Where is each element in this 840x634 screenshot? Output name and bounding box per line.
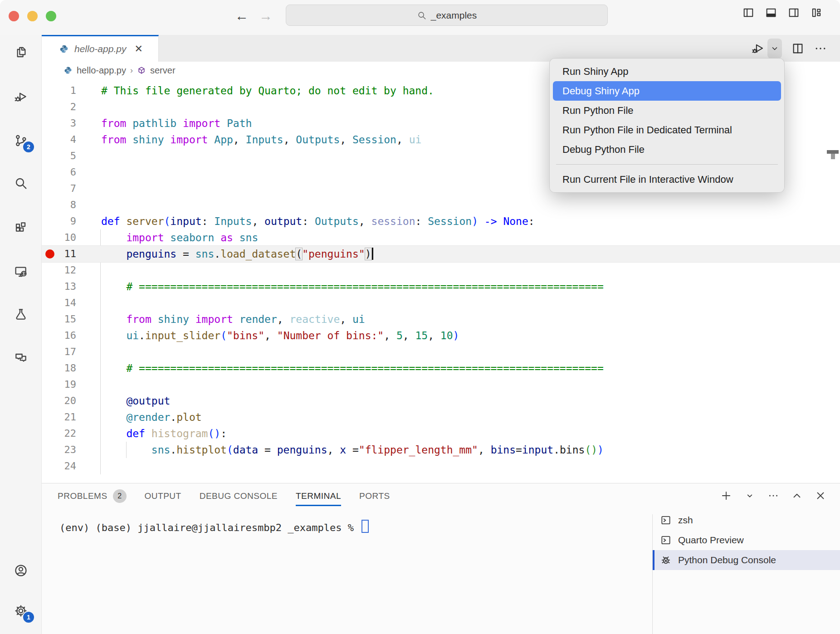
activity-source-control[interactable]: 2: [0, 127, 41, 154]
menu-item-debug-shiny-app[interactable]: Debug Shiny App: [553, 81, 781, 101]
terminal-row-zsh[interactable]: zsh: [653, 510, 840, 530]
code-line-21[interactable]: 21 @render.plot: [42, 409, 840, 425]
line-number: 1: [42, 83, 76, 99]
code-line-20[interactable]: 20 @output: [42, 393, 840, 409]
symbol-method-icon: [137, 66, 146, 75]
line-number: 13: [42, 278, 76, 295]
maximize-panel-icon[interactable]: [791, 490, 803, 502]
more-actions-icon[interactable]: [767, 490, 779, 502]
new-terminal-icon[interactable]: [720, 490, 732, 502]
activity-account[interactable]: [0, 557, 41, 584]
terminal-icon: [660, 514, 672, 526]
code-line-18[interactable]: 18 # ===================================…: [42, 360, 840, 376]
panel-tab-ports[interactable]: PORTS: [359, 483, 390, 509]
minimize-window-button[interactable]: [27, 11, 38, 21]
panel-tab-label: DEBUG CONSOLE: [200, 491, 278, 501]
line-number: 19: [42, 376, 76, 393]
toggle-secondary-sidebar-icon[interactable]: [787, 6, 800, 19]
activity-testing[interactable]: [0, 301, 41, 328]
code-line-15[interactable]: 15 from shiny import render, reactive, u…: [42, 311, 840, 327]
panel-tab-label: OUTPUT: [145, 491, 181, 501]
menu-item-run-current-file-in-interactive-window[interactable]: Run Current File in Interactive Window: [550, 170, 784, 189]
code-line-11[interactable]: 11 penguins = sns.load_dataset("penguins…: [42, 246, 840, 262]
line-number: 24: [42, 458, 76, 474]
activity-badge: 2: [22, 141, 35, 153]
code-line-9[interactable]: 9def server(input: Inputs, output: Outpu…: [42, 213, 840, 229]
activity-settings-gear[interactable]: 1: [0, 597, 41, 624]
chevron-down-icon: [769, 43, 780, 54]
code-text: @render.plot: [101, 409, 202, 425]
extensions-icon: [14, 220, 28, 235]
terminal-output[interactable]: (env) (base) jjallaire@jjallairesmbp2 _e…: [59, 520, 369, 532]
code-text: from pathlib import Path: [101, 115, 252, 132]
activity-explorer[interactable]: [0, 39, 41, 66]
panel-tab-debug-console[interactable]: DEBUG CONSOLE: [200, 483, 278, 509]
code-text: def histogram():: [101, 425, 227, 442]
more-actions-icon[interactable]: [814, 42, 827, 55]
terminal-row-quarto-preview[interactable]: Quarto Preview: [653, 530, 840, 550]
terminal-row-label: zsh: [678, 515, 693, 526]
code-line-23[interactable]: 23 sns.histplot(data = penguins, x ="fli…: [42, 442, 840, 458]
panel-tab-terminal[interactable]: TERMINAL: [296, 483, 341, 509]
close-tab-icon[interactable]: ✕: [134, 43, 142, 55]
breadcrumb-separator: ›: [130, 66, 133, 75]
line-number: 8: [42, 197, 76, 213]
code-line-24[interactable]: 24: [42, 458, 840, 474]
code-line-19[interactable]: 19: [42, 376, 840, 393]
line-number: 14: [42, 295, 76, 311]
code-text: ui.input_slider("bins", "Number of bins:…: [101, 327, 459, 344]
menu-item-run-shiny-app[interactable]: Run Shiny App: [550, 62, 784, 81]
terminal-icon: [660, 534, 672, 546]
code-line-16[interactable]: 16 ui.input_slider("bins", "Number of bi…: [42, 327, 840, 344]
tab-hello-app[interactable]: hello-app.py ✕: [42, 35, 159, 62]
run-dropdown-button[interactable]: [767, 39, 782, 59]
activity-chat[interactable]: [0, 344, 41, 371]
menu-separator: [556, 164, 778, 165]
menu-item-debug-python-file[interactable]: Debug Python File: [550, 140, 784, 159]
launch-profile-chevron-icon[interactable]: [744, 490, 756, 502]
panel-tab-output[interactable]: OUTPUT: [145, 483, 181, 509]
activity-run-debug[interactable]: [0, 83, 41, 110]
code-line-14[interactable]: 14: [42, 295, 840, 311]
navigate-back-button[interactable]: ←: [234, 8, 249, 24]
menu-item-run-python-file[interactable]: Run Python File: [550, 101, 784, 120]
customize-layout-icon[interactable]: [810, 6, 823, 19]
code-line-12[interactable]: 12: [42, 262, 840, 278]
code-line-10[interactable]: 10 import seaborn as sns: [42, 229, 840, 246]
code-line-17[interactable]: 17: [42, 344, 840, 360]
zoom-window-button[interactable]: [46, 11, 56, 21]
close-panel-icon[interactable]: [815, 490, 826, 502]
activity-search[interactable]: [0, 170, 41, 197]
tab-label: hello-app.py: [74, 44, 126, 54]
command-center-search[interactable]: _examples: [286, 5, 608, 26]
python-file-icon: [59, 44, 69, 54]
code-line-13[interactable]: 13 # ===================================…: [42, 278, 840, 295]
terminal-prompt: (env) (base) jjallaire@jjallairesmbp2 _e…: [59, 522, 360, 533]
panel-tab-label: PROBLEMS: [58, 491, 107, 501]
code-line-22[interactable]: 22 def histogram():: [42, 425, 840, 442]
panel-tab-problems[interactable]: PROBLEMS2: [58, 483, 127, 509]
line-number: 6: [42, 164, 76, 180]
debug-console-icon: [660, 554, 672, 566]
navigate-forward-button[interactable]: →: [258, 8, 273, 24]
close-window-button[interactable]: [9, 11, 19, 21]
line-number: 17: [42, 344, 76, 360]
toggle-panel-icon[interactable]: [765, 6, 777, 19]
title-bar: ← → _examples: [0, 0, 840, 35]
debug-run-icon[interactable]: [751, 42, 765, 55]
split-editor-icon[interactable]: [791, 42, 805, 55]
menu-item-run-python-file-in-dedicated-terminal[interactable]: Run Python File in Dedicated Terminal: [550, 120, 784, 140]
line-number: 11: [42, 246, 76, 262]
line-number: 7: [42, 180, 76, 197]
terminal-row-python-debug-console[interactable]: Python Debug Console: [653, 550, 840, 570]
search-icon: [417, 10, 427, 20]
breadcrumb-symbol[interactable]: server: [150, 65, 176, 76]
code-text: # This file generated by Quarto; do not …: [101, 83, 434, 99]
toggle-sidebar-icon[interactable]: [742, 6, 755, 19]
code-line-8[interactable]: 8: [42, 197, 840, 213]
line-number: 4: [42, 132, 76, 148]
line-number: 22: [42, 425, 76, 442]
activity-remote-explorer[interactable]: [0, 258, 41, 285]
activity-extensions[interactable]: [0, 214, 41, 241]
breadcrumb-file[interactable]: hello-app.py: [77, 65, 126, 76]
